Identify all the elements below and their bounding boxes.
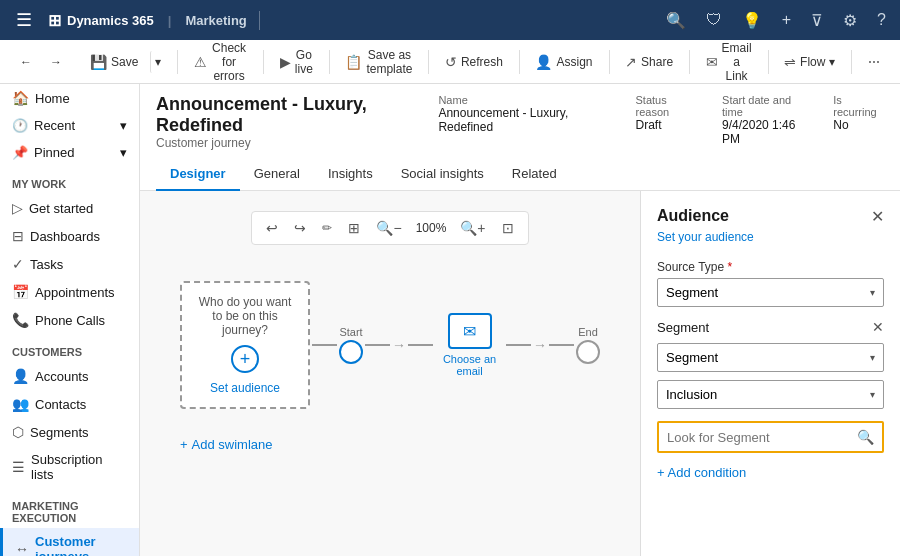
appointments-icon: 📅 <box>12 284 29 300</box>
sidebar-item-home[interactable]: 🏠 Home <box>0 84 139 112</box>
segment-close-button[interactable]: ✕ <box>872 319 884 335</box>
email-node[interactable]: ✉ <box>448 313 492 349</box>
back-button[interactable]: ← <box>12 51 40 73</box>
sidebar-item-customer-journeys[interactable]: ↔ Customer journeys <box>0 528 139 556</box>
meta-date-label: Start date and time <box>722 94 809 118</box>
inclusion-select[interactable]: Inclusion ▾ <box>657 380 884 409</box>
save-template-button[interactable]: 📋 Save as template <box>337 44 420 80</box>
save-dropdown-button[interactable]: ▾ <box>150 51 169 73</box>
redo-icon[interactable]: ↪ <box>288 216 312 240</box>
add-icon[interactable]: + <box>776 7 797 33</box>
sidebar-item-get-started[interactable]: ▷ Get started <box>0 194 139 222</box>
undo-icon[interactable]: ↩ <box>260 216 284 240</box>
sidebar-item-appointments[interactable]: 📅 Appointments <box>0 278 139 306</box>
tab-designer[interactable]: Designer <box>156 158 240 191</box>
more-options-button[interactable]: ⋯ <box>860 51 888 73</box>
email-step: ✉ Choose an email <box>435 313 504 377</box>
settings-icon[interactable]: ⚙ <box>837 7 863 34</box>
sidebar-item-tasks[interactable]: ✓ Tasks <box>0 250 139 278</box>
recent-chevron-icon: ▾ <box>120 118 127 133</box>
flow-button[interactable]: ⇌ Flow ▾ <box>776 50 843 74</box>
go-live-button[interactable]: ▶ Go live <box>272 44 321 80</box>
sidebar-item-pinned[interactable]: 📌 Pinned ▾ <box>0 139 139 166</box>
tab-insights[interactable]: Insights <box>314 158 387 191</box>
shield-icon[interactable]: 🛡 <box>700 7 728 33</box>
search-icon[interactable]: 🔍 <box>660 7 692 34</box>
inclusion-chevron-icon: ▾ <box>870 389 875 400</box>
tab-related[interactable]: Related <box>498 158 571 191</box>
record-meta: Name Announcement - Luxury, Redefined St… <box>438 94 884 146</box>
share-button[interactable]: ↗ Share <box>617 50 681 74</box>
hamburger-menu[interactable]: ☰ <box>8 5 40 35</box>
tab-social-insights[interactable]: Social insights <box>387 158 498 191</box>
end-label: End <box>578 326 598 338</box>
lightbulb-icon[interactable]: 💡 <box>736 7 768 34</box>
journeys-icon: ↔ <box>15 541 29 556</box>
sidebar: 🏠 Home 🕐 Recent ▾ 📌 Pinned ▾ My Work ▷ G… <box>0 84 140 556</box>
panel-subtitle[interactable]: Set your audience <box>657 230 884 244</box>
sidebar-item-subscription-lists[interactable]: ☰ Subscription lists <box>0 446 139 488</box>
audience-start-box: Who do you want to be on this journey? +… <box>180 281 310 409</box>
subscription-icon: ☰ <box>12 459 25 475</box>
add-swimlane-button[interactable]: + Add swimlane <box>160 429 620 460</box>
help-icon[interactable]: ? <box>871 7 892 33</box>
sidebar-item-dashboards[interactable]: ⊟ Dashboards <box>0 222 139 250</box>
segment-value: Segment <box>666 350 718 365</box>
segment-search-input[interactable] <box>667 430 857 445</box>
meta-status-label: Status reason <box>636 94 699 118</box>
share-icon: ↗ <box>625 54 637 70</box>
refresh-button[interactable]: ↺ Refresh <box>437 50 511 74</box>
forward-icon: → <box>50 55 62 69</box>
edit-tool-icon[interactable]: ✏ <box>316 217 338 239</box>
sidebar-item-recent[interactable]: 🕐 Recent ▾ <box>0 112 139 139</box>
forward-button[interactable]: → <box>42 51 70 73</box>
fit-icon[interactable]: ⊡ <box>496 216 520 240</box>
grid-icon[interactable]: ⊞ <box>342 216 366 240</box>
zoom-out-icon[interactable]: 🔍− <box>370 216 407 240</box>
save-button[interactable]: 💾 Save <box>82 50 146 74</box>
segment-select[interactable]: Segment ▾ <box>657 343 884 372</box>
customers-section-header: Customers <box>0 334 139 362</box>
assign-icon: 👤 <box>535 54 552 70</box>
sidebar-item-phone-calls[interactable]: 📞 Phone Calls <box>0 306 139 334</box>
template-icon: 📋 <box>345 54 362 70</box>
panel-close-button[interactable]: ✕ <box>871 207 884 226</box>
pinned-chevron-icon: ▾ <box>120 145 127 160</box>
sidebar-item-accounts[interactable]: 👤 Accounts <box>0 362 139 390</box>
end-node <box>576 340 600 364</box>
search-icon[interactable]: 🔍 <box>857 429 874 445</box>
segment-search-field[interactable]: 🔍 <box>657 421 884 453</box>
sidebar-item-segments[interactable]: ⬡ Segments <box>0 418 139 446</box>
top-navigation: ☰ ⊞ Dynamics 365 | Marketing 🔍 🛡 💡 + ⊽ ⚙… <box>0 0 900 40</box>
source-type-select[interactable]: Segment ▾ <box>657 278 884 307</box>
zoom-in-icon[interactable]: 🔍+ <box>454 216 491 240</box>
audience-panel: Audience ✕ Set your audience Source Type… <box>640 191 900 556</box>
source-type-label: Source Type * <box>657 260 884 274</box>
flow-icon: ⇌ <box>784 54 796 70</box>
flow-chevron-icon: ▾ <box>829 55 835 69</box>
assign-button[interactable]: 👤 Assign <box>527 50 600 74</box>
email-link-button[interactable]: ✉ Email a Link <box>698 37 760 87</box>
filter-icon[interactable]: ⊽ <box>805 7 829 34</box>
meta-name-label: Name <box>438 94 611 106</box>
meta-name-value: Announcement - Luxury, Redefined <box>438 106 611 134</box>
add-audience-button[interactable]: + <box>231 345 259 373</box>
sidebar-item-contacts[interactable]: 👥 Contacts <box>0 390 139 418</box>
choose-email-label[interactable]: Choose an email <box>435 353 504 377</box>
flow-connectors: Start → ✉ C <box>310 313 600 377</box>
dashboards-icon: ⊟ <box>12 228 24 244</box>
arrow2-icon: → <box>533 337 547 353</box>
add-condition-link[interactable]: + Add condition <box>657 465 884 480</box>
command-toolbar: ← → 💾 Save ▾ ⚠ Check for errors ▶ Go liv… <box>0 40 900 84</box>
content-area: Announcement - Luxury, Redefined Custome… <box>140 84 900 556</box>
source-type-value: Segment <box>666 285 718 300</box>
module-name: Marketing <box>185 13 246 28</box>
zoom-level: 100% <box>412 221 451 235</box>
segment-chevron-icon: ▾ <box>870 352 875 363</box>
canvas: ↩ ↪ ✏ ⊞ 🔍− 100% 🔍+ ⊡ Who do you want to … <box>140 191 640 556</box>
start-node <box>339 340 363 364</box>
tab-general[interactable]: General <box>240 158 314 191</box>
set-audience-link[interactable]: Set audience <box>210 381 280 395</box>
start-label: Start <box>339 326 362 338</box>
check-errors-button[interactable]: ⚠ Check for errors <box>186 37 255 87</box>
